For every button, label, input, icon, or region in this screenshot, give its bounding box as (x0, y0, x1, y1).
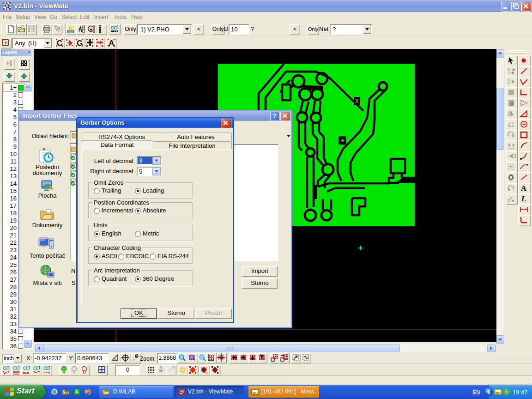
svg-text:G: G (77, 39, 83, 48)
svg-text:C: C (57, 39, 62, 48)
svg-text:L: L (521, 194, 526, 203)
svg-text:A: A (109, 39, 114, 48)
svg-text:s: s (206, 366, 207, 369)
svg-text:a: a (206, 371, 207, 374)
svg-text:s: s (201, 366, 203, 369)
svg-text:A: A (521, 184, 527, 193)
svg-text:?: ? (57, 27, 60, 34)
